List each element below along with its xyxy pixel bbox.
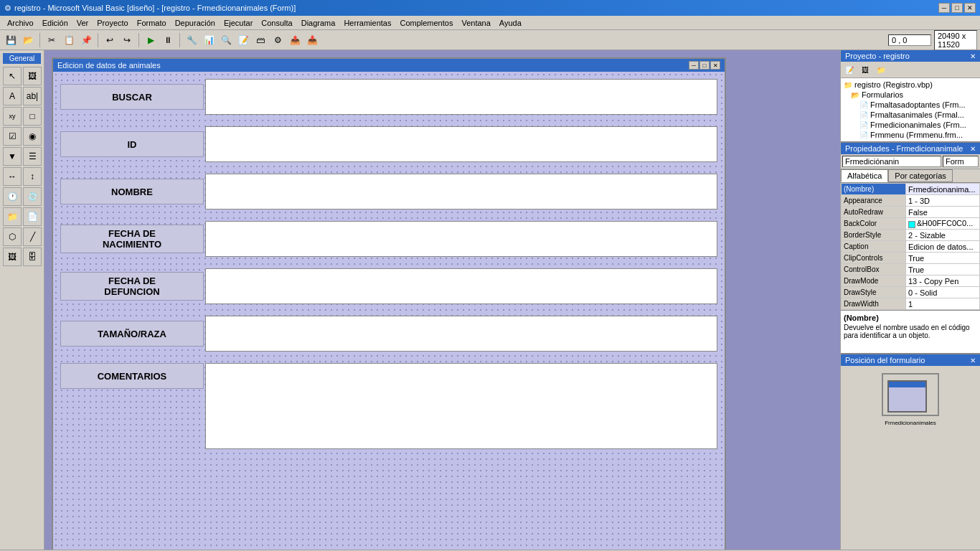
- tool-hscroll[interactable]: ↔: [3, 167, 22, 186]
- toolbar-b1[interactable]: 🔧: [184, 32, 199, 48]
- toolbar-b8[interactable]: 📥: [304, 32, 320, 48]
- props-tab-alpha[interactable]: Alfabética: [841, 169, 888, 182]
- field-input-fecha-defuncion[interactable]: [205, 268, 717, 304]
- tool-picture[interactable]: 🖼: [23, 67, 42, 85]
- proj-toggle-folders[interactable]: 📁: [874, 63, 888, 76]
- toolbar-run[interactable]: ▶: [143, 32, 159, 48]
- tool-dir[interactable]: 📁: [3, 207, 22, 226]
- tree-frmmenu[interactable]: 📄 Frmmenu (Frmmenu.frm...: [842, 130, 979, 140]
- tool-checkbox[interactable]: ☑: [3, 127, 22, 146]
- props-tabs: Alfabética Por categorías: [841, 169, 980, 183]
- props-value-9: 0 - Solid: [906, 287, 980, 298]
- project-toolbar: 📝 🖼 📁: [841, 62, 980, 78]
- menu-ver[interactable]: Ver: [72, 17, 93, 29]
- toolbar-save[interactable]: 💾: [3, 32, 19, 48]
- proj-view-code[interactable]: 📝: [842, 63, 857, 76]
- proj-view-object[interactable]: 🖼: [858, 63, 872, 76]
- props-row-10[interactable]: DrawWidth1: [842, 298, 980, 310]
- tool-commandbtn[interactable]: □: [23, 107, 42, 126]
- tool-select[interactable]: ↖: [3, 67, 22, 85]
- form-maximize[interactable]: □: [699, 61, 710, 70]
- tool-drive[interactable]: 💿: [23, 187, 42, 206]
- toolbar-b5[interactable]: 🗃: [253, 32, 268, 48]
- toolbar-pause[interactable]: ⏸: [160, 32, 176, 48]
- field-input-tamano-raza[interactable]: [205, 316, 717, 352]
- form-title-buttons: ─ □ ✕: [689, 61, 720, 70]
- design-area[interactable]: Edicion de datos de animales ─ □ ✕ BUSCA…: [44, 50, 840, 550]
- props-row-9[interactable]: DrawStyle0 - Solid: [842, 287, 980, 298]
- menu-complementos[interactable]: Complementos: [395, 17, 457, 29]
- props-row-4[interactable]: BorderStyle2 - Sizable: [842, 230, 980, 241]
- tree-frmedicionanimales[interactable]: 📄 Frmedicionanimales (Frm...: [842, 120, 979, 130]
- props-row-3[interactable]: BackColor&H00FFC0C0...: [842, 218, 980, 230]
- menu-edicion[interactable]: Edición: [38, 17, 72, 29]
- close-button[interactable]: ✕: [964, 3, 976, 13]
- menu-depuracion[interactable]: Depuración: [171, 17, 220, 29]
- app-icon: ⚙: [4, 4, 11, 13]
- form-minimize[interactable]: ─: [689, 61, 699, 70]
- field-input-nombre[interactable]: [205, 174, 717, 209]
- toolbar-open[interactable]: 📂: [20, 32, 36, 48]
- toolbar-redo[interactable]: ↪: [119, 32, 135, 48]
- menu-ventana[interactable]: Ventana: [457, 17, 494, 29]
- form-pos-close[interactable]: ✕: [970, 357, 976, 364]
- tool-image[interactable]: 🖼: [3, 248, 22, 266]
- props-tab-cat[interactable]: Por categorías: [888, 169, 953, 182]
- tool-vscroll[interactable]: ↕: [23, 167, 42, 186]
- props-row-0[interactable]: (Nombre)Frmedicionanima...: [842, 184, 980, 195]
- tool-file[interactable]: 📄: [23, 207, 42, 226]
- toolbar-b7[interactable]: 📤: [287, 32, 303, 48]
- mini-form-titlebar: [889, 382, 925, 387]
- tool-shape[interactable]: ⬡: [3, 227, 22, 246]
- toolbar-cut[interactable]: ✂: [44, 32, 60, 48]
- props-row-1[interactable]: Appearance1 - 3D: [842, 195, 980, 207]
- tree-frmaltasadoptantes[interactable]: 📄 Frmaltasadoptantes (Frm...: [842, 100, 979, 110]
- toolbar-copy[interactable]: 📋: [61, 32, 77, 48]
- field-input-comentarios[interactable]: [205, 363, 717, 449]
- tree-root[interactable]: 📁 registro (Registro.vbp): [842, 80, 979, 90]
- props-row-6[interactable]: ClipControlsTrue: [842, 253, 980, 264]
- toolbar-b6[interactable]: ⚙: [270, 32, 286, 48]
- props-row-5[interactable]: CaptionEdicion de datos...: [842, 241, 980, 253]
- toolbar-paste[interactable]: 📌: [78, 32, 94, 48]
- props-obj-name[interactable]: Frmediciónanin: [842, 156, 941, 167]
- tool-listbox[interactable]: ☰: [23, 147, 42, 166]
- tree-frmaltasanimales[interactable]: 📄 Frmaltasanimales (Frmal...: [842, 110, 979, 120]
- menu-ayuda[interactable]: Ayuda: [495, 17, 526, 29]
- tool-data[interactable]: 🗄: [23, 248, 42, 266]
- tool-line[interactable]: ╱: [23, 227, 42, 246]
- field-input-buscar[interactable]: [205, 79, 717, 115]
- props-row-2[interactable]: AutoRedrawFalse: [842, 207, 980, 218]
- maximize-button[interactable]: □: [951, 3, 963, 13]
- toolbar-b2[interactable]: 📊: [201, 32, 217, 48]
- tool-optionbtn[interactable]: ◉: [23, 127, 42, 146]
- menu-proyecto[interactable]: Proyecto: [93, 17, 132, 29]
- tree-formularios-icon: 📂: [851, 91, 859, 99]
- props-row-7[interactable]: ControlBoxTrue: [842, 264, 980, 276]
- tool-frame[interactable]: xy: [3, 107, 22, 126]
- props-obj-type[interactable]: Form: [943, 156, 979, 167]
- toolbar-b4[interactable]: 📝: [235, 32, 251, 48]
- tree-formularios[interactable]: 📂 Formularios: [842, 90, 979, 100]
- props-prop-5: Caption: [842, 241, 906, 253]
- project-panel-close[interactable]: ✕: [970, 52, 976, 60]
- tool-label[interactable]: A: [3, 87, 22, 105]
- menu-consulta[interactable]: Consulta: [257, 17, 296, 29]
- menu-formato[interactable]: Formato: [133, 17, 171, 29]
- tool-textbox[interactable]: ab|: [23, 87, 42, 105]
- tool-combobox[interactable]: ▼: [3, 147, 22, 166]
- toolbar-undo[interactable]: ↩: [102, 32, 118, 48]
- menu-herramientas[interactable]: Herramientas: [339, 17, 395, 29]
- toolbar-b3[interactable]: 🔍: [218, 32, 234, 48]
- menu-ejecutar[interactable]: Ejecutar: [220, 17, 257, 29]
- coords-right: 20490 x 11520: [934, 30, 977, 50]
- tool-timer[interactable]: 🕐: [3, 187, 22, 206]
- field-input-fecha-nacimiento[interactable]: [205, 221, 717, 257]
- form-close[interactable]: ✕: [710, 61, 720, 70]
- menu-diagrama[interactable]: Diagrama: [297, 17, 340, 29]
- props-panel-close[interactable]: ✕: [970, 145, 976, 153]
- field-input-id[interactable]: [205, 126, 717, 162]
- props-row-8[interactable]: DrawMode13 - Copy Pen: [842, 276, 980, 287]
- minimize-button[interactable]: ─: [938, 3, 950, 13]
- menu-archivo[interactable]: Archivo: [3, 17, 38, 29]
